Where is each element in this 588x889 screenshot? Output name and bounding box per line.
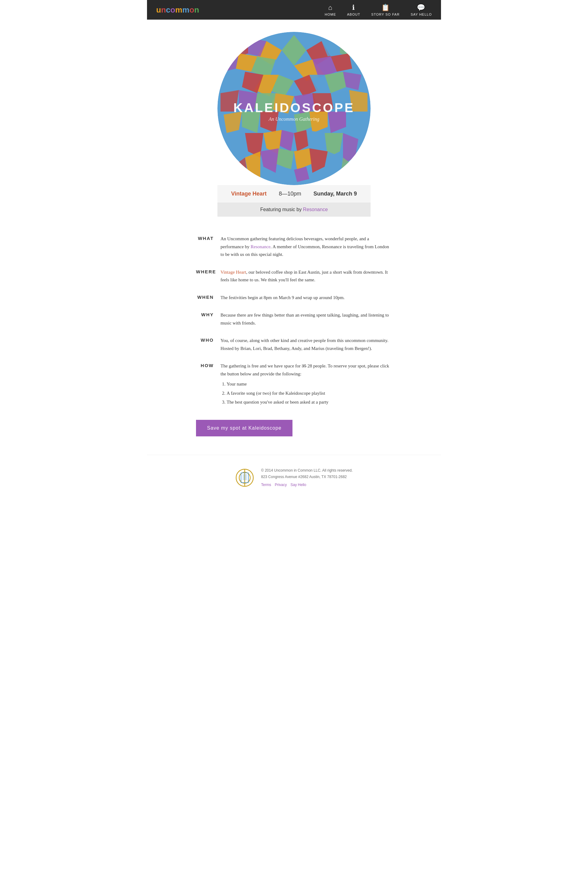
where-text: Vintage Heart, our beloved coffee shop i… — [220, 268, 392, 284]
detail-who: WHO You, of course, along with other kin… — [196, 337, 392, 352]
how-list-item-3: The best question you've asked or been a… — [226, 399, 392, 406]
home-icon: ⌂ — [328, 4, 333, 12]
how-text: The gathering is free and we have space … — [220, 362, 392, 408]
nav-story-label: STORY SO FAR — [371, 12, 400, 16]
nav-story[interactable]: 📋 STORY SO FAR — [371, 4, 400, 16]
event-time: 8—10pm — [279, 191, 301, 197]
kaleidoscope-pattern: KALEIDOSCOPE An Uncommon Gathering — [218, 32, 370, 185]
nav-about-label: ABOUT — [347, 12, 360, 16]
venue-name[interactable]: Vintage Heart — [231, 191, 267, 197]
detail-what: WHAT An Uncommon gathering featuring del… — [196, 235, 392, 259]
featuring-artist-link[interactable]: Resonance — [303, 207, 328, 212]
main-content: WHAT An Uncommon gathering featuring del… — [190, 235, 398, 408]
footer-terms-link[interactable]: Terms — [261, 482, 272, 489]
about-icon: ℹ — [352, 4, 355, 12]
detail-how: HOW The gathering is free and we have sp… — [196, 362, 392, 408]
where-label: WHERE — [196, 268, 220, 274]
how-list: Your name A favorite song (or two) for t… — [226, 380, 392, 406]
story-icon: 📋 — [381, 4, 390, 12]
resonance-link-what[interactable]: Resonance — [250, 244, 270, 249]
svg-rect-64 — [243, 474, 247, 480]
save-spot-button[interactable]: Save my spot at Kaleidoscope — [196, 420, 292, 436]
when-text: The festivities begin at 8pm on March 9 … — [220, 294, 392, 302]
why-label: WHY — [196, 311, 220, 317]
cta-section: Save my spot at Kaleidoscope — [190, 420, 398, 436]
footer-info: © 2014 Uncommon in Common LLC. All right… — [261, 467, 353, 489]
why-text: Because there are few things better than… — [220, 311, 392, 327]
nav-home[interactable]: ⌂ HOME — [325, 4, 336, 16]
nav-about[interactable]: ℹ ABOUT — [347, 4, 360, 16]
who-text: You, of course, along with other kind an… — [220, 337, 392, 352]
logo[interactable]: uncommon — [156, 5, 199, 15]
hello-icon: 💬 — [417, 4, 425, 12]
nav-hello-label: SAY HELLO — [411, 12, 432, 16]
footer-privacy-link[interactable]: Privacy — [275, 482, 286, 489]
when-label: WHEN — [196, 294, 220, 300]
footer-copyright: © 2014 Uncommon in Common LLC. All right… — [261, 467, 353, 474]
what-label: WHAT — [196, 235, 220, 241]
how-list-item-1: Your name — [226, 380, 392, 388]
detail-why: WHY Because there are few things better … — [196, 311, 392, 327]
nav-home-label: HOME — [325, 12, 336, 16]
info-bar: Vintage Heart 8—10pm Sunday, March 9 — [218, 185, 370, 203]
nav-hello[interactable]: 💬 SAY HELLO — [411, 4, 432, 16]
hero-section: KALEIDOSCOPE An Uncommon Gathering Vinta… — [147, 20, 441, 217]
footer-address: 823 Congress Avenue #2682 Austin, TX 787… — [261, 474, 353, 480]
svg-text:KALEIDOSCOPE: KALEIDOSCOPE — [233, 101, 355, 115]
main-nav: uncommon ⌂ HOME ℹ ABOUT 📋 STORY SO FAR 💬… — [147, 0, 441, 20]
svg-text:An Uncommon Gathering: An Uncommon Gathering — [268, 116, 319, 122]
nav-links: ⌂ HOME ℹ ABOUT 📋 STORY SO FAR 💬 SAY HELL… — [325, 4, 432, 16]
what-text: An Uncommon gathering featuring deliciou… — [220, 235, 392, 259]
footer-links: Terms Privacy Say Hello — [261, 482, 353, 489]
how-list-item-2: A favorite song (or two) for the Kaleido… — [226, 390, 392, 397]
featuring-bar: Featuring music by Resonance — [218, 203, 370, 217]
featuring-prefix: Featuring music by — [260, 207, 303, 212]
footer: © 2014 Uncommon in Common LLC. All right… — [147, 455, 441, 501]
event-date: Sunday, March 9 — [314, 191, 357, 197]
detail-when: WHEN The festivities begin at 8pm on Mar… — [196, 294, 392, 302]
footer-logo — [236, 469, 254, 487]
vintage-heart-link[interactable]: Vintage Heart — [220, 270, 246, 275]
hero-circle: KALEIDOSCOPE An Uncommon Gathering — [218, 32, 370, 185]
how-label: HOW — [196, 362, 220, 368]
footer-hello-link[interactable]: Say Hello — [291, 482, 306, 489]
detail-where: WHERE Vintage Heart, our beloved coffee … — [196, 268, 392, 284]
who-label: WHO — [196, 337, 220, 343]
